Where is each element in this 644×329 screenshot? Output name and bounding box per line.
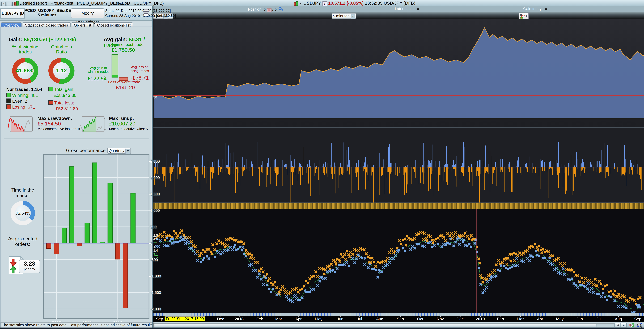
- window-restore-icon[interactable]: ◂: [1, 2, 6, 6]
- candlestick-icon: [14, 0, 18, 6]
- gain-today-group: Gain today:: [523, 7, 547, 11]
- latent-gain-value: [417, 8, 418, 10]
- avg-loss-label: Avg loss of losing trades: [128, 65, 151, 73]
- time-in-market-donut: 35.54%: [10, 201, 35, 225]
- divider: [4, 111, 148, 111]
- gross-performance-title: Gross performance: [66, 148, 106, 153]
- divider: [5, 232, 42, 232]
- avg-orders-unit: per day: [19, 267, 40, 271]
- gp-bar-q4-2016: [46, 243, 51, 248]
- crosshair-date-label: Fri 29-Sep-2017 18:00: [164, 316, 205, 321]
- timeframe-select[interactable]: 5 minutes▼: [332, 13, 356, 19]
- timeline-label: Jul: [357, 317, 362, 321]
- symbol-header: ▼ USDJPY i 10,571.2 (-0.05%) 13:32:39 US…: [294, 0, 415, 6]
- symbol-dropdown-arrow-icon[interactable]: ▼: [299, 2, 302, 5]
- orders-gear-icon[interactable]: [278, 7, 283, 11]
- chevron-down-icon: ▼: [526, 15, 528, 17]
- left-cut-label: 50: [153, 96, 157, 99]
- report-body: Gain: £6,130.50 (+122.61%) Avg gain: £5.…: [1, 27, 152, 328]
- gross-performance-chart: [42, 153, 160, 329]
- horizontal-scrollbar[interactable]: [153, 323, 614, 328]
- gp-bar-q1-2018: [85, 223, 90, 243]
- timeline-label: Mar: [517, 317, 524, 321]
- total-loss-swatch: [48, 100, 53, 105]
- avg-orders-value-box: 3.28 per day: [19, 260, 40, 273]
- modify-probacktest-button[interactable]: Modify ProBacktest: [71, 8, 104, 18]
- even-swatch: [6, 98, 11, 103]
- timeline-label: Dec: [456, 317, 464, 321]
- ratio-value: 1.12: [56, 68, 67, 74]
- price-change: (-0.05%): [346, 0, 364, 6]
- max-drawdown-value: £5,154.50: [38, 121, 81, 127]
- add-indicator-button[interactable]: ▼: [518, 12, 528, 19]
- timeline-label: Aug: [376, 317, 383, 321]
- timeline-label: Jun: [576, 317, 583, 321]
- report-header: USD/JPY (D... PCBO_USDJPY_BEst&EoD5 minu…: [0, 6, 152, 20]
- timeline-label: Dec: [217, 317, 224, 321]
- timeline-label: Feb: [497, 317, 504, 321]
- best-trade-bar: [112, 54, 118, 78]
- chart-settings-icon[interactable]: [629, 322, 634, 328]
- title-bar: ◂_□ Detailed report|ProBacktest|PCBO_USD…: [0, 0, 644, 7]
- print-icon[interactable]: [142, 9, 150, 16]
- latent-gain-group: Latent gain:: [395, 7, 419, 11]
- winning-trades-donut: 41.68%: [12, 58, 38, 84]
- scroll-left-button[interactable]: ◀: [615, 323, 621, 328]
- timeline-label: May: [315, 317, 322, 321]
- worst-trade-label: Loss of worst trade: [107, 80, 141, 84]
- best-trade-label: Gain of best trade: [104, 42, 151, 46]
- scrollbar-thumb[interactable]: [154, 324, 596, 327]
- losing-swatch: [6, 104, 11, 109]
- timeline-label: Apr: [537, 317, 543, 321]
- winning-swatch: [6, 92, 11, 97]
- pct-winning-value: 41.68%: [16, 68, 34, 74]
- crosshair-vline: [177, 19, 177, 313]
- scroll-right-button[interactable]: ▶: [621, 323, 627, 328]
- disclaimer-bar: The statistics above relate to past data…: [0, 322, 152, 328]
- gp-bar-q3-2019: [131, 193, 135, 243]
- equity-panel[interactable]: 50: [153, 19, 644, 128]
- timeline-label: Jun: [337, 317, 344, 321]
- zoom-fit-icon[interactable]: [636, 322, 642, 328]
- avg-orders-value: 3.28: [19, 260, 40, 268]
- gp-bar-q1-2019: [116, 243, 120, 259]
- gain-summary: Gain: £6,130.50 (+122.61%): [9, 36, 76, 42]
- position-open-value: 0: [264, 7, 266, 12]
- price-drop-line: [476, 209, 476, 313]
- chart-toolbar: units▼ 5 minutes▼ ▼: [152, 12, 644, 20]
- total-gain-swatch: [48, 87, 53, 91]
- timeline-label: Nov: [437, 317, 444, 321]
- gp-bar-q4-2018: [108, 183, 112, 243]
- gain-today-label: Gain today:: [523, 7, 542, 11]
- gp-bar-q2-2018: [92, 163, 97, 243]
- gp-bar-q1-2017: [54, 243, 59, 254]
- timeline-label: Jul: [596, 317, 602, 321]
- chart-area[interactable]: 50 8 2.54.51.14.13.43.11.7 14,00013,0001…: [152, 19, 644, 314]
- avg-gain-bar: [112, 75, 118, 78]
- start-current-info: Start: 22-Dec-2016 00:00:00 [£5,000.00] …: [105, 8, 176, 18]
- window-minimize-icon[interactable]: _: [7, 2, 11, 6]
- gross-performance-header: Gross performance Quarterly▼: [46, 146, 151, 154]
- time-axis[interactable]: SepNovDec2018FebMarAprMayJunJulAugSepOct…: [152, 316, 644, 322]
- gain-today-value: [545, 8, 547, 10]
- position-pending-value: 0: [274, 7, 276, 12]
- price-panel[interactable]: 2.54.51.14.13.43.11.7: [153, 209, 644, 313]
- symbol-name[interactable]: USDJPY: [304, 0, 321, 6]
- document-tab[interactable]: USD/JPY (D...: [0, 8, 25, 18]
- compressed-band[interactable]: [153, 203, 644, 210]
- gp-bar-q2-2017: [62, 228, 66, 243]
- avg-win-label: Avg gain of winning trades: [87, 66, 110, 74]
- chart-bottom-bar: ◀ ▶: [152, 322, 644, 328]
- gain-loss-ratio-donut: 1.12: [48, 58, 74, 84]
- divider: [4, 138, 148, 140]
- worst-trade-value: -£146.20: [114, 85, 135, 90]
- gp-bar-q2-2019: [123, 243, 128, 308]
- time-in-market-value: 35.54%: [15, 210, 30, 216]
- last-price: 10,571.2: [328, 0, 346, 6]
- max-runup-value: £10,007.20: [109, 121, 148, 127]
- best-trade-value: £1,750.50: [112, 47, 135, 53]
- histogram-panel[interactable]: 8: [153, 128, 644, 203]
- totals-legend: Total gain: £58,943.30 Total loss: -£52,…: [48, 86, 78, 112]
- info-icon[interactable]: i: [322, 1, 327, 6]
- timeline-label: May: [556, 317, 564, 321]
